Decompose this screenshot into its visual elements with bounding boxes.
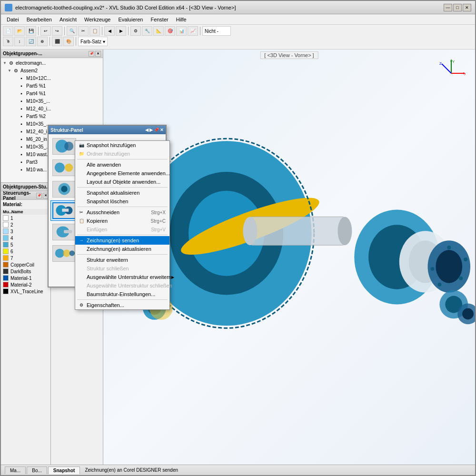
cm-snapshot-label: Snapshot hinzufügen: [87, 142, 136, 148]
mat-row-7[interactable]: 7: [1, 255, 50, 261]
tb-btn-4[interactable]: ✂: [78, 26, 89, 36]
tree-item-m10x35-1[interactable]: ▪ M10×35_...: [2, 97, 102, 105]
maximize-button[interactable]: □: [453, 4, 462, 11]
cm-ordner-hinzufuegen: 📁 Ordner hinzufügen: [75, 149, 169, 158]
tree-item-part5-1[interactable]: ▪ Part5 %1: [2, 82, 102, 89]
svg-point-38: [65, 163, 73, 171]
mat-row-material1[interactable]: Material-1: [1, 275, 50, 281]
close-button[interactable]: ✕: [463, 4, 471, 11]
status-tab-bo[interactable]: Bo...: [27, 466, 47, 474]
svg-text:X: X: [464, 72, 466, 76]
tree-item-assem2[interactable]: ▼ ⚙ Assem2: [2, 67, 102, 74]
cm-ausgewaehlte-erweitern[interactable]: Ausgewählte Unterstruktur erweitern ▶: [75, 273, 169, 281]
cm-zeichnung-senden[interactable]: → Zeichnung(en) senden: [75, 236, 169, 245]
sp-nav-right[interactable]: ▶: [149, 128, 153, 132]
part-icon-7: ▪: [18, 120, 25, 127]
tb-new[interactable]: 📄: [3, 26, 13, 36]
minimize-button[interactable]: —: [444, 4, 452, 11]
tb-btn-7[interactable]: ▶: [116, 26, 126, 36]
tb-dropdown-nicht[interactable]: Nicht -: [202, 26, 231, 36]
menu-werkzeuge[interactable]: Werkzeuge: [80, 16, 114, 23]
tb-redo[interactable]: ↪: [52, 26, 62, 36]
tb-sep-3: [102, 27, 102, 35]
menu-fenster[interactable]: Fenster: [147, 16, 172, 23]
tb-save[interactable]: 💾: [26, 26, 36, 36]
mat-row-xvl[interactable]: XVL_TraceLine: [1, 288, 50, 295]
cm-snapshot-aktualisieren[interactable]: Snapshot aktualisieren: [75, 188, 169, 197]
tb-open[interactable]: 📂: [14, 26, 25, 36]
tree-item-part4[interactable]: ▪ Part4 %1: [2, 89, 102, 97]
mat-row-darkbolts[interactable]: DarkBolts: [1, 268, 50, 275]
tree-item-part5-2[interactable]: ▪ Part5 %2: [2, 112, 102, 120]
tb-btn-10[interactable]: 📐: [153, 26, 164, 36]
cm-ausschneiden[interactable]: ✂ Ausschneiden Strg+X: [75, 208, 169, 217]
cm-paste-icon: [78, 226, 85, 233]
tb-btn-3[interactable]: 🔍: [67, 26, 77, 36]
tb-btn-12[interactable]: 📊: [176, 26, 187, 36]
mat-row-5[interactable]: 5: [1, 241, 50, 248]
tb-sep-r2-1: [50, 37, 50, 46]
mat-row-coppercoil[interactable]: CopperCoil: [1, 261, 50, 268]
steu-pin[interactable]: 📌: [36, 193, 42, 198]
tb-btn-9[interactable]: 🔧: [142, 26, 152, 36]
tree-item-m12-40[interactable]: ▪ M12_40_i...: [2, 105, 102, 112]
sp-nav-left[interactable]: ◀: [145, 128, 149, 132]
menu-datei[interactable]: Datei: [3, 16, 23, 23]
tb-r2-3[interactable]: 🔄: [26, 37, 36, 46]
tree-item-m10x12[interactable]: ▪ M10×12C...: [2, 74, 102, 82]
tb-btn-13[interactable]: 📈: [188, 26, 198, 36]
cm-angegebene[interactable]: Angegebene Elemente anwenden...: [75, 169, 169, 178]
mat-row-6[interactable]: 6: [1, 248, 50, 255]
toolbar-row-1: 📄 📂 💾 ↩ ↪ 🔍 ✂ 📋 ◀ ▶ ⚙ 🔧 📐 🎯 📊 📈 Nicht -: [2, 26, 474, 36]
panel-close-button[interactable]: ✕: [95, 51, 101, 57]
cm-layout-icon: [78, 178, 85, 185]
menu-evaluieren[interactable]: Evaluieren: [114, 16, 147, 23]
mat-row-4[interactable]: 4: [1, 235, 50, 241]
cm-snapshot-loeschen[interactable]: Snapshot löschen: [75, 197, 169, 206]
cm-eigenschaften[interactable]: ⚙ Eigenschaften...: [75, 301, 169, 309]
tb-dropdown-farb[interactable]: Farb-Satz ▾: [78, 37, 108, 46]
cm-struktur-erweitern[interactable]: Struktur erweitern: [75, 256, 169, 264]
tb-r2-6[interactable]: 🎨: [63, 37, 74, 46]
cm-alle-anwenden[interactable]: Alle anwenden: [75, 160, 169, 169]
cm-kopieren[interactable]: 📋 Kopieren Strg+C: [75, 217, 169, 225]
tb-btn-6[interactable]: ◀: [104, 26, 115, 36]
cm-zeichnung-aktualisieren[interactable]: Zeichnung(en) aktualisieren: [75, 245, 169, 253]
status-tab-ma[interactable]: Ma...: [5, 466, 26, 474]
tb-btn-8[interactable]: ⚙: [130, 26, 141, 36]
cm-ang-label: Angegebene Elemente anwenden...: [87, 170, 170, 176]
tb-btn-5[interactable]: 📋: [89, 26, 100, 36]
svg-text:Z: Z: [439, 61, 442, 66]
struktur-panel-title: Struktur-Panel: [50, 128, 83, 133]
cm-strexp-icon: [78, 257, 85, 263]
toolbar-area: 📄 📂 💾 ↩ ↪ 🔍 ✂ 📋 ◀ ▶ ⚙ 🔧 📐 🎯 📊 📈 Nicht - …: [1, 25, 475, 50]
cm-baumstruktur[interactable]: Baumstruktur-Einstellungen...: [75, 290, 169, 298]
cm-snapshot-hinzufuegen[interactable]: 📷 Snapshot hinzufügen: [75, 141, 169, 149]
mat-row-1[interactable]: 1: [1, 215, 50, 221]
tree-item-root[interactable]: ▼ ⚙ electromagn...: [2, 59, 102, 67]
tb-r2-1[interactable]: 🖱: [3, 37, 13, 46]
menu-hilfe[interactable]: Hilfe: [172, 16, 190, 23]
sp-pin[interactable]: 📌: [154, 128, 159, 132]
menu-bearbeiten[interactable]: Bearbeiten: [23, 16, 56, 23]
sp-close[interactable]: ✕: [160, 128, 164, 132]
mat-row-2[interactable]: 2: [1, 221, 50, 228]
app-window: electromagnetic-toothed-coupling.xv2* - …: [0, 0, 476, 476]
col-name: Name: [11, 209, 23, 214]
cm-sep-3: [77, 207, 168, 207]
cm-send-label: Zeichnung(en) senden: [87, 238, 139, 243]
tb-btn-11[interactable]: 🎯: [165, 26, 175, 36]
tb-r2-5[interactable]: ⬛: [52, 37, 62, 46]
panel-pin-button[interactable]: 📌: [89, 51, 94, 57]
mat-row-3[interactable]: 3: [1, 228, 50, 235]
cm-layout[interactable]: Layout auf Objekte anwenden...: [75, 178, 169, 186]
part-icon-13: ▪: [18, 166, 25, 173]
tb-r2-4[interactable]: ⊕: [37, 37, 48, 46]
tb-r2-2[interactable]: ↕: [14, 37, 25, 46]
status-tab-snapshot[interactable]: Snapshot: [48, 466, 80, 474]
menu-ansicht[interactable]: Ansicht: [56, 16, 80, 23]
svg-rect-13: [250, 217, 345, 245]
mat-row-material2[interactable]: Material-2: [1, 281, 50, 288]
tb-undo[interactable]: ↩: [40, 26, 51, 36]
context-menu: 📷 Snapshot hinzufügen 📁 Ordner hinzufüge…: [75, 140, 170, 310]
